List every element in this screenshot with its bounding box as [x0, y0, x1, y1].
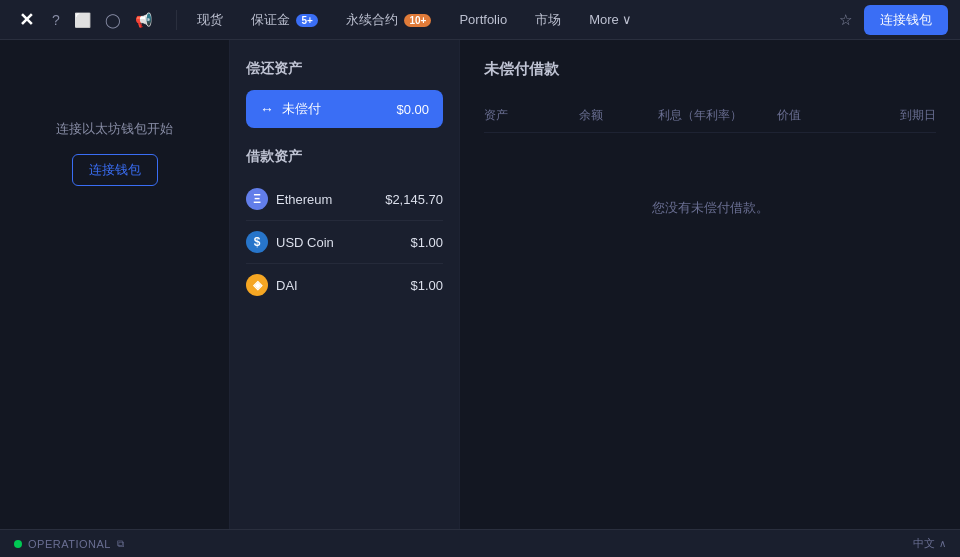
th-due: 到期日 [857, 107, 936, 124]
status-dot-icon [14, 540, 22, 548]
usdc-name: USD Coin [276, 235, 334, 250]
more-chevron-icon: ∨ [622, 12, 632, 27]
nav-links: 现货 保证金 5+ 永续合约 10+ Portfolio 市场 More ∨ [185, 7, 839, 33]
main-layout: 连接以太坊钱包开始 连接钱包 偿还资产 ↔ 未偿付 $0.00 借款资产 Ξ E… [0, 40, 960, 529]
repay-section-title: 偿还资产 [246, 60, 443, 78]
asset-row-ethereum[interactable]: Ξ Ethereum $2,145.70 [246, 178, 443, 221]
chart-icon[interactable]: ⬜ [74, 12, 91, 28]
sidebar-connect-text: 连接以太坊钱包开始 [56, 120, 173, 138]
perpetual-badge: 10+ [404, 14, 431, 27]
nav-market[interactable]: 市场 [523, 7, 573, 33]
logo-text: ✕ [19, 9, 33, 31]
th-value: 价值 [777, 107, 856, 124]
usdc-price: $1.00 [410, 235, 443, 250]
logo[interactable]: ✕ [12, 6, 40, 34]
repay-tab-left: ↔ 未偿付 [260, 100, 321, 118]
notification-bell-icon[interactable]: ☆ [839, 11, 852, 29]
language-selector[interactable]: 中文 ∧ [913, 536, 946, 551]
dai-name: DAI [276, 278, 298, 293]
nav-utility-icons: ? ⬜ ◯ 📢 [52, 12, 152, 28]
dai-icon: ◈ [246, 274, 268, 296]
nav-right: ☆ 连接钱包 [839, 5, 948, 35]
external-link-icon[interactable]: ⧉ [117, 538, 124, 550]
dai-price: $1.00 [410, 278, 443, 293]
help-icon[interactable]: ? [52, 12, 60, 28]
repay-tab[interactable]: ↔ 未偿付 $0.00 [246, 90, 443, 128]
nav-divider [176, 10, 177, 30]
repay-tab-label: 未偿付 [282, 100, 321, 118]
right-panel: 未偿付借款 资产 余额 利息（年利率） 价值 到期日 您没有未偿付借款。 [460, 40, 960, 529]
navbar: ✕ ? ⬜ ◯ 📢 现货 保证金 5+ 永续合约 10+ Portfolio 市… [0, 0, 960, 40]
th-interest: 利息（年利率） [658, 107, 777, 124]
left-sidebar: 连接以太坊钱包开始 连接钱包 [0, 40, 230, 529]
connect-wallet-button[interactable]: 连接钱包 [864, 5, 948, 35]
nav-more[interactable]: More ∨ [577, 8, 644, 31]
status-bar: OPERATIONAL ⧉ 中文 ∧ [0, 529, 960, 557]
repay-tab-value: $0.00 [396, 102, 429, 117]
borrow-section-title: 借款资产 [246, 148, 443, 166]
th-asset: 资产 [484, 107, 579, 124]
status-text: OPERATIONAL [28, 538, 111, 550]
empty-state: 您没有未偿付借款。 [484, 133, 936, 283]
broadcast-icon[interactable]: 📢 [135, 12, 152, 28]
chevron-up-icon: ∧ [939, 538, 946, 549]
message-icon[interactable]: ◯ [105, 12, 121, 28]
asset-row-usdc[interactable]: $ USD Coin $1.00 [246, 221, 443, 264]
nav-perpetual[interactable]: 永续合约 10+ [334, 7, 444, 33]
th-balance: 余额 [579, 107, 658, 124]
repay-arrow-icon: ↔ [260, 101, 274, 117]
sidebar-connect-button[interactable]: 连接钱包 [72, 154, 158, 186]
asset-row-dai[interactable]: ◈ DAI $1.00 [246, 264, 443, 306]
right-panel-title: 未偿付借款 [484, 60, 936, 79]
eth-name: Ethereum [276, 192, 332, 207]
nav-margin[interactable]: 保证金 5+ [239, 7, 330, 33]
nav-portfolio[interactable]: Portfolio [447, 8, 519, 31]
margin-badge: 5+ [296, 14, 317, 27]
language-label: 中文 [913, 536, 935, 551]
status-left: OPERATIONAL ⧉ [14, 538, 124, 550]
eth-icon: Ξ [246, 188, 268, 210]
usdc-icon: $ [246, 231, 268, 253]
eth-price: $2,145.70 [385, 192, 443, 207]
nav-spot[interactable]: 现货 [185, 7, 235, 33]
table-header: 资产 余额 利息（年利率） 价值 到期日 [484, 99, 936, 133]
center-panel: 偿还资产 ↔ 未偿付 $0.00 借款资产 Ξ Ethereum $2,145.… [230, 40, 460, 529]
